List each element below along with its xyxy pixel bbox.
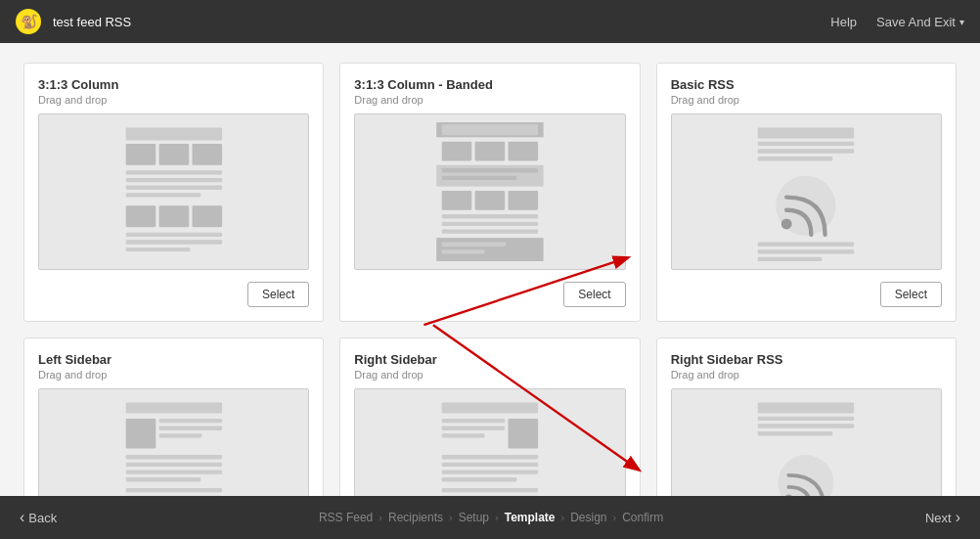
svg-rect-10 bbox=[158, 205, 189, 227]
mailchimp-logo: 🐒 bbox=[16, 9, 41, 34]
template-title: Right Sidebar RSS bbox=[671, 352, 942, 367]
svg-rect-4 bbox=[192, 144, 222, 165]
back-button[interactable]: Back bbox=[20, 509, 57, 526]
svg-rect-51 bbox=[125, 470, 221, 473]
svg-rect-63 bbox=[442, 433, 485, 437]
svg-rect-29 bbox=[442, 229, 538, 233]
select-button-3-1-3[interactable]: Select bbox=[247, 282, 309, 307]
svg-rect-53 bbox=[125, 488, 221, 492]
svg-rect-34 bbox=[758, 127, 854, 138]
svg-rect-12 bbox=[125, 233, 221, 237]
svg-rect-31 bbox=[442, 242, 507, 246]
template-preview-right-sidebar bbox=[354, 388, 625, 496]
svg-rect-1 bbox=[125, 127, 221, 140]
svg-rect-17 bbox=[442, 124, 538, 135]
svg-rect-77 bbox=[758, 417, 854, 421]
template-card-header: Right Sidebar RSS Drag and drop bbox=[671, 352, 942, 381]
template-subtitle: Drag and drop bbox=[38, 369, 309, 381]
svg-rect-26 bbox=[509, 191, 539, 210]
svg-rect-45 bbox=[125, 419, 156, 449]
svg-rect-3 bbox=[158, 144, 189, 165]
template-card-left-sidebar: Left Sidebar Drag and drop bbox=[23, 337, 324, 496]
svg-rect-66 bbox=[442, 463, 538, 467]
svg-rect-69 bbox=[442, 488, 538, 492]
template-preview-3-1-3-banded bbox=[354, 113, 625, 270]
svg-rect-28 bbox=[442, 222, 538, 226]
svg-rect-23 bbox=[442, 176, 517, 180]
svg-rect-41 bbox=[758, 249, 854, 253]
template-card-header: Left Sidebar Drag and drop bbox=[38, 352, 309, 381]
svg-rect-24 bbox=[442, 191, 472, 210]
svg-rect-61 bbox=[442, 419, 506, 423]
template-card-header: 3:1:3 Column - Banded Drag and drop bbox=[354, 77, 625, 106]
template-title: 3:1:3 Column bbox=[38, 77, 309, 92]
template-subtitle: Drag and drop bbox=[354, 94, 625, 106]
svg-rect-49 bbox=[125, 455, 221, 459]
next-button[interactable]: Next bbox=[925, 509, 960, 526]
select-button-3-1-3-banded[interactable]: Select bbox=[563, 282, 625, 307]
step-sep-5: › bbox=[613, 512, 617, 523]
main-content: 3:1:3 Column Drag and drop bbox=[0, 43, 980, 496]
save-and-exit-button[interactable]: Save And Exit bbox=[876, 15, 964, 29]
step-sep-2: › bbox=[449, 512, 453, 523]
svg-rect-8 bbox=[125, 193, 200, 197]
svg-rect-50 bbox=[125, 463, 221, 467]
template-card-basic-rss: Basic RSS Drag and drop bbox=[656, 63, 957, 322]
step-sep-1: › bbox=[379, 512, 382, 523]
svg-rect-37 bbox=[758, 157, 833, 160]
svg-rect-46 bbox=[158, 419, 222, 423]
template-preview-left-sidebar bbox=[38, 388, 309, 496]
svg-rect-14 bbox=[125, 247, 190, 251]
svg-rect-44 bbox=[125, 402, 221, 413]
templates-grid: 3:1:3 Column Drag and drop bbox=[23, 63, 957, 496]
template-title: Left Sidebar bbox=[38, 352, 309, 367]
svg-rect-5 bbox=[125, 170, 221, 174]
step-recipients: Recipients bbox=[388, 511, 443, 524]
svg-point-39 bbox=[781, 218, 792, 229]
svg-rect-35 bbox=[758, 142, 854, 146]
template-preview-3-1-3 bbox=[38, 113, 309, 270]
template-title: 3:1:3 Column - Banded bbox=[354, 77, 625, 92]
help-link[interactable]: Help bbox=[830, 15, 857, 29]
svg-rect-27 bbox=[442, 214, 538, 218]
svg-rect-62 bbox=[442, 426, 506, 429]
step-rss-feed: RSS Feed bbox=[319, 511, 373, 524]
step-setup: Setup bbox=[459, 511, 489, 524]
template-preview-basic-rss bbox=[671, 113, 942, 270]
topnav-left: 🐒 test feed RSS bbox=[16, 9, 131, 34]
template-card-header: Right Sidebar Drag and drop bbox=[354, 352, 625, 381]
step-confirm: Confirm bbox=[622, 511, 663, 524]
svg-rect-76 bbox=[758, 402, 854, 413]
step-sep-3: › bbox=[495, 512, 499, 523]
template-title: Right Sidebar bbox=[354, 352, 625, 367]
svg-rect-67 bbox=[442, 470, 538, 473]
svg-rect-42 bbox=[758, 257, 823, 261]
svg-rect-11 bbox=[192, 205, 222, 227]
template-title: Basic RSS bbox=[671, 77, 942, 92]
select-button-basic-rss[interactable]: Select bbox=[880, 282, 942, 307]
template-preview-right-sidebar-rss bbox=[671, 388, 942, 496]
app-title: test feed RSS bbox=[53, 15, 131, 29]
template-subtitle: Drag and drop bbox=[671, 94, 942, 106]
svg-rect-32 bbox=[442, 249, 485, 253]
svg-rect-19 bbox=[475, 142, 506, 161]
svg-rect-78 bbox=[758, 424, 854, 427]
svg-rect-9 bbox=[125, 205, 156, 227]
template-card-header: 3:1:3 Column Drag and drop bbox=[38, 77, 309, 106]
template-card-right-sidebar-rss: Right Sidebar RSS Drag and drop bbox=[656, 337, 957, 496]
svg-rect-22 bbox=[442, 168, 538, 172]
svg-rect-13 bbox=[125, 240, 221, 244]
svg-rect-2 bbox=[125, 144, 156, 165]
svg-rect-7 bbox=[125, 185, 221, 189]
template-card-3-1-3-column: 3:1:3 Column Drag and drop bbox=[23, 63, 324, 322]
step-design: Design bbox=[570, 511, 606, 524]
step-template: Template bbox=[505, 511, 556, 524]
svg-rect-52 bbox=[125, 477, 200, 481]
topnav-right: Help Save And Exit bbox=[830, 15, 964, 29]
template-card-right-sidebar: Right Sidebar Drag and drop bbox=[339, 337, 640, 496]
bottom-nav: Back RSS Feed › Recipients › Setup › Tem… bbox=[0, 496, 980, 539]
svg-rect-20 bbox=[509, 142, 539, 161]
svg-rect-64 bbox=[509, 419, 539, 449]
svg-rect-48 bbox=[158, 433, 201, 437]
svg-rect-25 bbox=[475, 191, 506, 210]
